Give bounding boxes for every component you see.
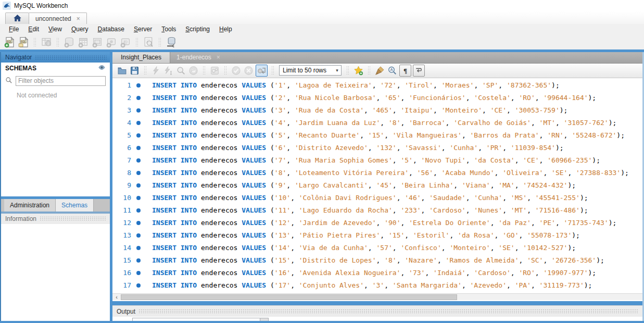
code-line[interactable]: 8INSERT INTO enderecos VALUES ('8', 'Lot… <box>112 167 642 179</box>
menu-query[interactable]: Query <box>67 26 93 33</box>
close-icon[interactable]: × <box>217 54 220 61</box>
line-number: 12 <box>112 219 131 227</box>
line-number: 10 <box>112 194 131 202</box>
code-line[interactable]: 11INSERT INTO enderecos VALUES ('11', 'L… <box>112 204 642 217</box>
editor-output-splitter[interactable] <box>112 301 642 305</box>
sql-statement-text: INSERT INTO enderecos VALUES ('2', 'Rua … <box>152 94 596 102</box>
code-line[interactable]: 6INSERT INTO enderecos VALUES ('6', 'Dis… <box>112 142 642 154</box>
svg-text:A: A <box>390 68 393 72</box>
main-toolbar: SQLSQLif() <box>0 34 644 49</box>
navigator-title: Navigator <box>5 54 32 61</box>
save-script-icon[interactable] <box>129 65 140 76</box>
new-sql-script-icon[interactable]: SQL <box>3 36 16 48</box>
window-title: MySQL Workbench <box>14 2 68 9</box>
tab-schemas[interactable]: Schemas <box>56 199 94 212</box>
code-line[interactable]: 16INSERT INTO enderecos VALUES ('16', 'A… <box>112 267 642 279</box>
menu-tools[interactable]: Tools <box>157 26 181 33</box>
line-number: 4 <box>112 119 131 127</box>
output-panel-header: Output <box>112 305 642 317</box>
reconnect-dbms-icon[interactable] <box>165 36 178 48</box>
search-icon <box>5 77 12 85</box>
code-line[interactable]: 17INSERT INTO enderecos VALUES ('17', 'C… <box>112 279 642 292</box>
statement-marker-icon <box>136 133 141 138</box>
tab-administration[interactable]: Administration <box>4 199 56 212</box>
menu-edit[interactable]: Edit <box>23 26 44 33</box>
statement-marker-icon <box>136 258 141 263</box>
limit-rows-select[interactable]: Limit to 50 rows▾ <box>279 65 342 76</box>
statement-marker-icon <box>136 158 141 163</box>
information-panel-header: Information <box>1 214 110 224</box>
commit-icon <box>231 65 242 76</box>
schemas-header-label: SCHEMAS <box>5 65 36 72</box>
sql-statement-text: INSERT INTO enderecos VALUES ('12', 'Jar… <box>152 219 616 227</box>
menu-server[interactable]: Server <box>129 26 157 33</box>
wrap-text-icon[interactable] <box>413 65 425 77</box>
menu-database[interactable]: Database <box>93 26 129 33</box>
show-invisibles-icon[interactable]: ¶ <box>399 65 411 77</box>
create-function-icon: f() <box>119 36 132 48</box>
filter-objects-input[interactable] <box>16 76 106 86</box>
code-line[interactable]: 10INSERT INTO enderecos VALUES ('10', 'C… <box>112 192 642 204</box>
sql-statement-text: INSERT INTO enderecos VALUES ('15', 'Dis… <box>152 256 604 264</box>
line-number: 1 <box>112 81 131 89</box>
svg-text:i: i <box>48 41 49 45</box>
eye-icon[interactable] <box>98 64 106 72</box>
code-line[interactable]: 9INSERT INTO enderecos VALUES ('9', 'Lar… <box>112 179 642 192</box>
chevron-down-icon[interactable]: ▾ <box>333 68 341 73</box>
output-panel-body <box>112 317 642 321</box>
toolbar-separator <box>203 66 206 75</box>
menu-file[interactable]: File <box>4 26 23 33</box>
menu-scripting[interactable]: Scripting <box>181 26 214 33</box>
menu-view[interactable]: View <box>44 26 67 33</box>
output-type-select[interactable] <box>132 318 269 321</box>
tab-1-enderecos[interactable]: 1-enderecos × <box>170 52 226 63</box>
open-script-icon[interactable] <box>117 65 128 76</box>
sql-statement-text: INSERT INTO enderecos VALUES ('13', 'Pát… <box>152 231 580 239</box>
sql-code-area[interactable]: 1INSERT INTO enderecos VALUES ('1', 'Lag… <box>112 78 642 293</box>
title-bar: MySQL Workbench <box>0 0 644 11</box>
sql-statement-text: INSERT INTO enderecos VALUES ('17', 'Con… <box>152 281 592 289</box>
find-icon[interactable]: A <box>387 65 398 76</box>
code-line[interactable]: 14INSERT INTO enderecos VALUES ('14', 'V… <box>112 242 642 254</box>
close-icon[interactable]: × <box>77 15 80 22</box>
tab-insight-places[interactable]: Insight_Places <box>112 52 170 63</box>
navigator-sidebar: Navigator SCHEMAS Not connected Adm <box>1 52 110 321</box>
code-line[interactable]: 15INSERT INTO enderecos VALUES ('15', 'D… <box>112 254 642 267</box>
code-line[interactable]: 1INSERT INTO enderecos VALUES ('1', 'Lag… <box>112 79 642 92</box>
sql-editor-panel: Insight_Places 1-enderecos × Limit to 50… <box>112 52 642 321</box>
menu-help[interactable]: Help <box>214 26 237 33</box>
stop-on-error-icon <box>209 65 220 76</box>
limit-rows-value: Limit to 50 rows <box>280 67 333 74</box>
code-line[interactable]: 12INSERT INTO enderecos VALUES ('12', 'J… <box>112 217 642 229</box>
tab-unconnected[interactable]: unconnected × <box>29 13 87 24</box>
information-panel-body <box>1 224 110 321</box>
svg-text:¶: ¶ <box>403 67 407 74</box>
home-tab[interactable] <box>5 13 29 24</box>
toolbar-separator <box>158 38 161 47</box>
execute-statement-icon <box>163 65 174 76</box>
line-number: 5 <box>112 131 131 139</box>
open-sql-script-icon[interactable]: SQL <box>17 36 30 48</box>
sql-statement-text: INSERT INTO enderecos VALUES ('16', 'Ave… <box>152 269 596 277</box>
code-line[interactable]: 7INSERT INTO enderecos VALUES ('7', 'Rua… <box>112 154 642 167</box>
statement-marker-icon <box>136 221 141 225</box>
save-snippet-icon[interactable] <box>353 65 364 76</box>
code-line[interactable]: 5INSERT INTO enderecos VALUES ('5', 'Rec… <box>112 129 642 142</box>
code-line[interactable]: 3INSERT INTO enderecos VALUES ('3', 'Rua… <box>112 104 642 117</box>
navigator-header-texture <box>35 55 107 60</box>
scroll-left-arrow-icon[interactable]: ‹ <box>112 294 121 300</box>
code-line[interactable]: 2INSERT INTO enderecos VALUES ('2', 'Rua… <box>112 92 642 104</box>
code-line[interactable]: 4INSERT INTO enderecos VALUES ('4', 'Jar… <box>112 117 642 129</box>
chevron-down-icon <box>260 318 268 321</box>
line-number: 15 <box>112 256 131 264</box>
toolbar-separator <box>144 66 147 75</box>
autocommit-icon[interactable] <box>256 65 268 77</box>
create-procedure-icon <box>105 36 118 48</box>
output-header-texture <box>138 309 638 314</box>
beautify-icon[interactable] <box>374 65 385 76</box>
code-line[interactable]: 13INSERT INTO enderecos VALUES ('13', 'P… <box>112 229 642 242</box>
execute-script-icon <box>150 65 161 76</box>
scrollbar-thumb[interactable] <box>121 294 457 300</box>
statement-marker-icon <box>136 183 141 188</box>
horizontal-scrollbar[interactable]: ‹ <box>112 293 642 300</box>
